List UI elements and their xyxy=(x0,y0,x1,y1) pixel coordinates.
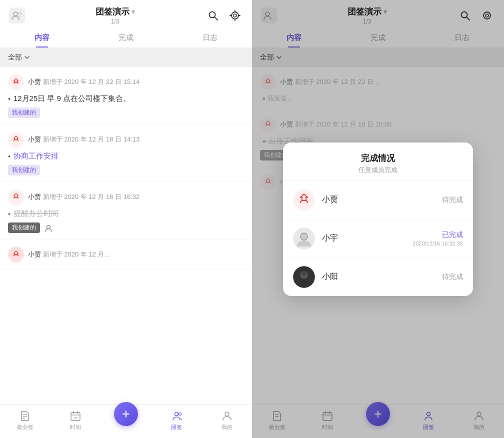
task-tags-2: 我创建的 xyxy=(8,165,244,176)
settings-button[interactable] xyxy=(226,6,244,24)
member-status-3: 待完成 xyxy=(442,272,463,282)
left-header-center: 团签演示 ▾ 1/3 xyxy=(96,6,135,25)
task-creator-info-3: 小贾 新增于 2020 年 12 月 16 日 16:32 xyxy=(28,192,140,202)
my-created-tag-1: 我创建的 xyxy=(8,108,40,118)
tab-content-left[interactable]: 内容 xyxy=(0,27,84,48)
search-button[interactable] xyxy=(204,6,222,24)
avatar-1 xyxy=(8,74,24,90)
task-meta-1: 小贾 新增于 2020 年 12 月 22 日 15:14 xyxy=(8,74,244,90)
nav-team-label-left: 团签 xyxy=(171,424,182,431)
task-meta-2: 小贾 新增于 2020 年 12 月 18 日 14:13 xyxy=(8,132,244,148)
avatar-2 xyxy=(8,132,24,148)
modal-header: 完成情况 任意成员完成 xyxy=(283,142,473,181)
my-created-tag-3: 我创建的 xyxy=(8,222,40,233)
svg-point-14 xyxy=(47,225,50,228)
svg-point-50 xyxy=(302,271,306,275)
member-name-2: 小宇 xyxy=(322,233,406,244)
profile-icon xyxy=(221,410,233,422)
person-icon-3 xyxy=(44,224,53,232)
member-avatar-2 xyxy=(293,228,315,250)
member-name-3: 小阳 xyxy=(322,272,435,282)
member-status-2: 已完成 2020/12/16 16:32:35 xyxy=(412,230,463,246)
modal-title: 完成情况 xyxy=(293,152,463,164)
svg-text:25: 25 xyxy=(74,416,78,420)
nav-profile-label-left: 我的 xyxy=(222,424,232,431)
left-tabs: 内容 完成 日志 xyxy=(0,27,252,48)
svg-line-4 xyxy=(214,17,218,20)
tab-complete-left[interactable]: 完成 xyxy=(84,27,168,48)
modal-subtitle: 任意成员完成 xyxy=(293,166,463,174)
back-button[interactable] xyxy=(8,6,26,24)
member-status-1: 待完成 xyxy=(442,196,463,204)
task-item-4-partial: 小贾 新增于 2020 年 12 月... xyxy=(0,240,252,270)
task-item-1: 小贾 新增于 2020 年 12 月 22 日 15:14 12月25日 早 9… xyxy=(0,67,252,124)
task-title-1: 12月25日 早 9 点在公司楼下集合。 xyxy=(8,94,244,104)
left-header: 团签演示 ▾ 1/3 xyxy=(0,0,252,27)
task-item-3: 小贾 新增于 2020 年 12 月 16 日 16:32 提醒办公时间 我创建… xyxy=(0,182,252,240)
task-item-2: 小贾 新增于 2020 年 12 月 18 日 14:13 协商工作安排 我创建… xyxy=(0,124,252,182)
left-header-actions xyxy=(204,6,244,24)
modal-member-1[interactable]: 小贾 待完成 xyxy=(283,181,473,220)
avatar-4 xyxy=(8,246,24,262)
my-created-tag-2: 我创建的 xyxy=(8,165,40,176)
left-bottom-nav: 敬业签 25 时间 + xyxy=(0,404,252,438)
completion-modal: 完成情况 任意成员完成 小贾 待完成 xyxy=(283,142,473,296)
left-panel: 团签演示 ▾ 1/3 xyxy=(0,0,252,438)
calendar-icon: 25 xyxy=(70,410,82,422)
task-creator-info-1: 小贾 新增于 2020 年 12 月 22 日 15:14 xyxy=(28,78,140,86)
sign-icon xyxy=(19,410,31,422)
team-icon xyxy=(170,410,182,422)
left-title: 团签演示 ▾ xyxy=(96,6,135,18)
task-creator-info-2: 小贾 新增于 2020 年 12 月 18 日 14:13 xyxy=(28,135,140,144)
nav-plus-left[interactable]: + xyxy=(101,408,152,433)
svg-point-26 xyxy=(225,412,229,416)
nav-sign-label-left: 敬业签 xyxy=(17,424,34,431)
member-name-1: 小贾 xyxy=(322,194,435,205)
task-tags-3: 我创建的 xyxy=(8,222,244,233)
svg-point-25 xyxy=(178,413,181,416)
svg-point-5 xyxy=(232,12,238,19)
plus-button-left[interactable]: + xyxy=(114,402,138,426)
tab-log-left[interactable]: 日志 xyxy=(168,27,252,48)
task-title-3: 提醒办公时间 xyxy=(8,209,244,218)
avatar-3 xyxy=(8,189,24,205)
svg-point-24 xyxy=(174,412,178,416)
left-content-scroll[interactable]: 小贾 新增于 2020 年 12 月 22 日 15:14 12月25日 早 9… xyxy=(0,67,252,404)
task-tags-1: 我创建的 xyxy=(8,108,244,118)
left-filter-bar: 全部 xyxy=(0,48,252,67)
nav-time-label-left: 时间 xyxy=(70,424,81,431)
modal-member-2[interactable]: 小宇 已完成 2020/12/16 16:32:35 xyxy=(283,220,473,258)
task-title-2[interactable]: 协商工作安排 xyxy=(8,152,244,161)
modal-member-3[interactable]: 小阳 待完成 xyxy=(283,258,473,296)
svg-point-6 xyxy=(234,14,236,17)
nav-profile-left[interactable]: 我的 xyxy=(202,408,252,433)
member-avatar-1 xyxy=(293,189,315,211)
nav-sign-left[interactable]: 敬业签 xyxy=(0,408,50,433)
task-meta-3: 小贾 新增于 2020 年 12 月 16 日 16:32 xyxy=(8,189,244,205)
svg-point-47 xyxy=(300,233,308,240)
nav-time-left[interactable]: 25 时间 xyxy=(50,408,101,433)
task-creator-info-4: 小贾 新增于 2020 年 12 月... xyxy=(28,250,110,259)
modal-overlay[interactable]: 完成情况 任意成员完成 小贾 待完成 xyxy=(252,0,504,438)
nav-team-left[interactable]: 团签 xyxy=(151,408,202,433)
member-avatar-3 xyxy=(293,266,315,288)
left-subtitle: 1/3 xyxy=(111,18,120,25)
filter-button-left[interactable]: 全部 xyxy=(8,53,30,62)
right-panel: 团签演示 ▾ 1/3 xyxy=(252,0,504,438)
task-meta-4: 小贾 新增于 2020 年 12 月... xyxy=(8,246,244,262)
